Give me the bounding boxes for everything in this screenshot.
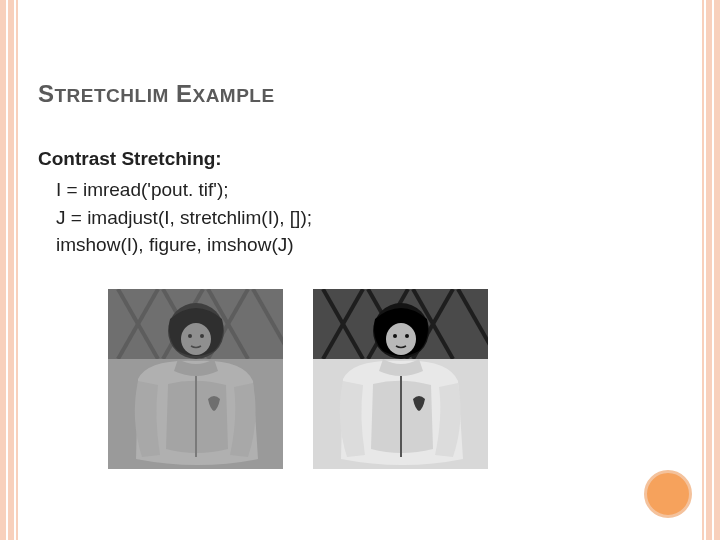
right-stripe-decoration [702,0,720,540]
code-line-1: I = imread('pout. tif'); [56,176,678,204]
slide-title: STRETCHLIM EXAMPLE [38,80,678,108]
title-word2-cap: E [176,80,193,107]
title-word1-cap: S [38,80,55,107]
slide-content: STRETCHLIM EXAMPLE Contrast Stretching: … [38,80,678,469]
title-word1-rest: TRETCHLIM [55,85,169,106]
title-word2-rest: XAMPLE [192,85,274,106]
section-heading: Contrast Stretching: [38,148,678,170]
svg-point-28 [393,334,397,338]
left-stripe-decoration [0,0,18,540]
svg-point-29 [405,334,409,338]
svg-point-13 [188,334,192,338]
original-image [108,289,283,469]
adjusted-image [313,289,488,469]
example-images-row [108,289,678,469]
svg-point-14 [200,334,204,338]
code-line-2: J = imadjust(I, stretchlim(I), []); [56,204,678,232]
code-line-3: imshow(I), figure, imshow(J) [56,231,678,259]
svg-point-27 [386,323,416,355]
svg-point-12 [181,323,211,355]
accent-circle-icon [644,470,692,518]
